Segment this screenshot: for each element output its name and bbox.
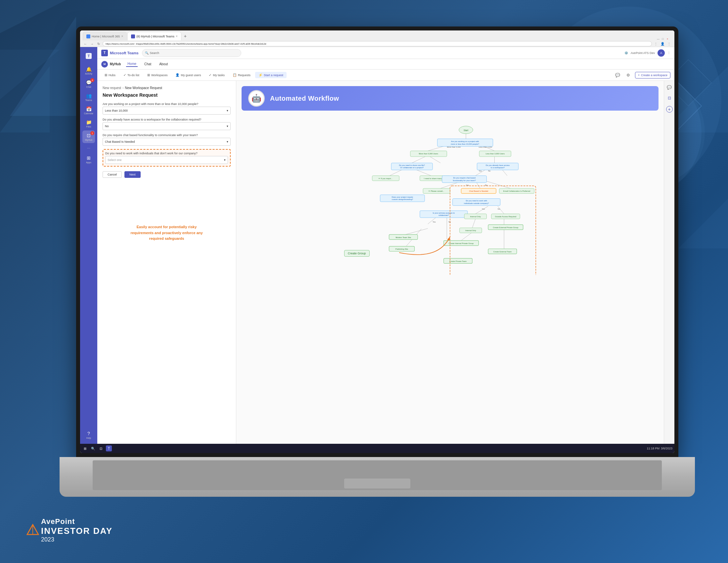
right-panel-add-button[interactable]: + bbox=[666, 106, 673, 113]
bg-triangle-2 bbox=[0, 66, 50, 132]
subnav-tab-guests[interactable]: 👤 My guest users bbox=[172, 72, 204, 78]
tab2-close-icon[interactable]: × bbox=[176, 34, 178, 38]
calendar-icon: 📅 bbox=[86, 106, 92, 112]
browser-tabs-bar: Home | Microsoft 365 × (8) MyHub | Micro… bbox=[80, 30, 674, 40]
menu-icon[interactable]: ⋮ bbox=[666, 41, 672, 46]
sidebar-item-chat[interactable]: 4 💬 Chat bbox=[82, 77, 95, 90]
sharefile-text2: Or collaborate on a project? bbox=[400, 166, 424, 168]
sidebar-item-activity[interactable]: 🔔 Activity bbox=[82, 64, 95, 77]
internalonly-text: Internal Only bbox=[470, 215, 481, 217]
sidebar-item-myhub[interactable]: 1 ⊡ MyHub bbox=[82, 130, 95, 143]
start-label: Start bbox=[464, 129, 468, 131]
form-select-3[interactable]: Chat Based Is Needed ▾ bbox=[103, 138, 231, 146]
form-select-4[interactable]: Select one ▾ bbox=[105, 156, 228, 164]
less3k-text: Less than 3,000 Users bbox=[486, 153, 505, 155]
form-label-4: Do you need to work with individuals tha… bbox=[105, 152, 228, 155]
header-more-btn[interactable]: ⋮ bbox=[667, 51, 670, 55]
help-icon: ? bbox=[86, 431, 92, 437]
subnav-settings-icon[interactable]: ⚙ bbox=[624, 71, 632, 79]
sharefile-text1: Do you need to share one file? bbox=[399, 164, 425, 166]
tab1-close-icon[interactable]: × bbox=[121, 34, 123, 38]
teams-logo-icon: T bbox=[85, 52, 92, 60]
svg-text:Yes: Yes bbox=[432, 221, 436, 223]
activity-icon: 🔔 bbox=[86, 66, 92, 72]
extensions-icon[interactable]: ⋮ bbox=[653, 41, 659, 46]
form-label-1: Are you working on a project with more t… bbox=[103, 102, 231, 106]
files-icon: 📁 bbox=[86, 119, 92, 125]
primarypurpose-text2: collaborate? bbox=[438, 214, 449, 216]
browser-controls-right: ⋮ 👤 ⋮ bbox=[653, 41, 672, 46]
myhub-header: M MyHub Home Chat About bbox=[97, 59, 674, 70]
taskbar-taskview-icon[interactable]: ⊡ bbox=[98, 446, 104, 451]
taskbar-teams-icon[interactable]: T bbox=[106, 446, 112, 451]
calendar-label: Calendar bbox=[84, 112, 93, 115]
needindiv1-text2: individuals outside company? bbox=[464, 202, 489, 204]
needindiv1-text1: Do you need to work with bbox=[466, 200, 487, 202]
next-button[interactable]: Next bbox=[124, 171, 141, 178]
maximize-button[interactable]: □ bbox=[661, 37, 664, 40]
workspaces-icon: ⊞ bbox=[147, 73, 150, 77]
close-window-button[interactable]: × bbox=[666, 37, 669, 40]
right-panel-chat-icon[interactable]: 💬 bbox=[665, 83, 673, 91]
tab1-favicon bbox=[86, 34, 90, 38]
sidebar-ellipsis[interactable]: ··· bbox=[87, 144, 90, 152]
avepoint-logo-mark bbox=[26, 524, 39, 537]
header-settings-btn[interactable]: ⚙️ bbox=[624, 51, 628, 55]
avepoint-logo: AvePoint INVESTOR DAY 2023 bbox=[26, 517, 113, 543]
sidebar-item-calendar[interactable]: 📅 Calendar bbox=[82, 104, 95, 117]
subnav-tab-start-request[interactable]: ⚡ Start a request bbox=[255, 72, 287, 78]
user-avatar[interactable]: A bbox=[658, 49, 665, 57]
create-workspace-button[interactable]: + Create a workspace bbox=[635, 72, 670, 78]
new-tab-button[interactable]: + bbox=[182, 32, 189, 40]
teams-search-bar[interactable]: 🔍 Search bbox=[142, 49, 241, 57]
windows-taskbar: ⊞ 🔍 ⊡ T 11:18 PM 3/6/2023 bbox=[80, 444, 674, 453]
form-select-2[interactable]: No ▾ bbox=[103, 122, 231, 130]
browser-chrome: Home | Microsoft 365 × (8) MyHub | Micro… bbox=[80, 30, 674, 47]
chevron-down-icon-4: ▾ bbox=[224, 158, 226, 162]
sidebar-item-apps[interactable]: ⊞ Apps bbox=[82, 153, 95, 165]
subnav-tab-requests[interactable]: 📋 Requests bbox=[229, 72, 254, 78]
avepoint-event-name: INVESTOR DAY bbox=[41, 526, 113, 536]
callout-line1: Easily account for potentially risky bbox=[137, 225, 197, 229]
subnav-tab-mytasks[interactable]: ✓ My tasks bbox=[205, 72, 228, 78]
workflow-title: Automated Workflow bbox=[270, 95, 339, 102]
subnav-tab-hubs[interactable]: ⊞ Hubs bbox=[101, 72, 119, 78]
avepoint-year: 2023 bbox=[41, 536, 113, 543]
outsideaccess-text: Outside Access Required bbox=[495, 215, 517, 217]
cancel-button[interactable]: Cancel bbox=[103, 171, 122, 178]
back-button[interactable]: ← bbox=[83, 41, 88, 46]
create-workspace-icon: + bbox=[638, 73, 640, 77]
subnav-tab-workspaces[interactable]: ⊞ Workspaces bbox=[144, 72, 171, 78]
teams-label: Teams bbox=[85, 99, 92, 101]
form-select-1[interactable]: Less than 10,000 ▾ bbox=[103, 107, 231, 115]
createextteam-text: Create External Team bbox=[493, 251, 512, 253]
teams-sidebar: T 🔔 Activity 4 💬 Chat 👥 Teams bbox=[80, 47, 97, 444]
subnav-tab-todo[interactable]: ✓ To-do list bbox=[120, 72, 143, 78]
minimize-button[interactable]: — bbox=[657, 37, 660, 40]
teams-logo-icon: T bbox=[101, 50, 108, 56]
sidebar-item-files[interactable]: 📁 Files bbox=[82, 117, 95, 130]
projectcustom-text1: Does your project require bbox=[392, 196, 413, 198]
myhub-nav-about[interactable]: About bbox=[158, 62, 169, 67]
myhub-nav-home[interactable]: Home bbox=[126, 61, 138, 67]
sidebar-item-help[interactable]: ? Help bbox=[82, 429, 95, 441]
windows-start-button[interactable]: ⊞ bbox=[82, 446, 88, 451]
browser-controls-bar: ← → ↻ https://teams.microsoft.com/_#/app… bbox=[80, 40, 674, 47]
create-group-button[interactable]: Create Group bbox=[344, 250, 370, 257]
profile-icon[interactable]: 👤 bbox=[660, 41, 665, 46]
browser-tab-1[interactable]: Home | Microsoft 365 × bbox=[83, 32, 127, 40]
address-bar-text: https://teams.microsoft.com/_#/apps/99a5… bbox=[106, 43, 266, 45]
taskbar-search-icon[interactable]: 🔍 bbox=[90, 446, 96, 451]
svg-text:No: No bbox=[448, 221, 451, 223]
forward-button[interactable]: → bbox=[89, 41, 95, 46]
refresh-button[interactable]: ↻ bbox=[96, 41, 101, 46]
subnav-chat-icon[interactable]: 💬 bbox=[614, 71, 622, 79]
search-icon: 🔍 bbox=[145, 51, 149, 55]
right-panel-collab-icon[interactable]: ⊡ bbox=[665, 94, 673, 102]
chatbase-text1: Do you require chat based bbox=[453, 177, 475, 179]
browser-tab-2[interactable]: (8) MyHub | Microsoft Teams × bbox=[127, 32, 181, 40]
myhub-nav-chat[interactable]: Chat bbox=[143, 62, 153, 67]
sidebar-item-teams[interactable]: 👥 Teams bbox=[82, 91, 95, 103]
emailcol-text: Email Collaboration Is Preferred bbox=[503, 190, 530, 192]
address-bar[interactable]: https://teams.microsoft.com/_#/apps/99a5… bbox=[103, 41, 652, 46]
